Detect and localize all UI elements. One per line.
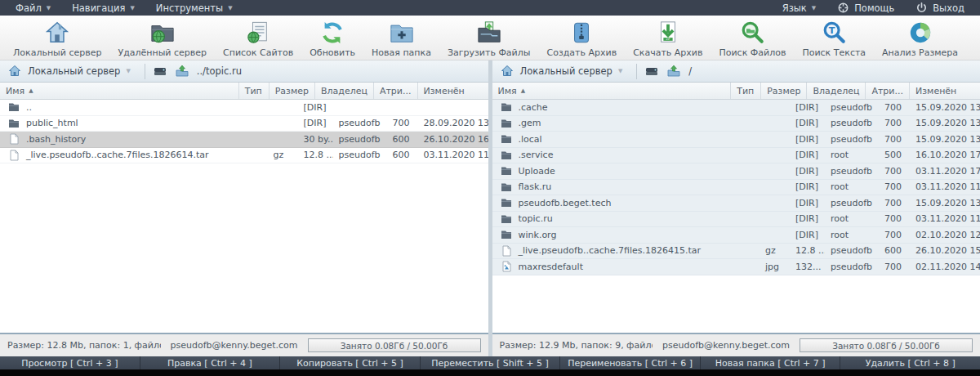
file-row[interactable]: .gem[DIR]pseudofb70015.09.2020 13:12... [492, 116, 980, 132]
column-header-size[interactable]: Размер [761, 83, 807, 99]
file-row[interactable]: maxresdefaultjpg132...pseudofb70002.11.2… [492, 259, 980, 275]
action-button-6[interactable]: Новая папка [ Ctrl + 7 ] [701, 356, 841, 369]
create-archive-icon [568, 20, 595, 46]
refresh-icon [319, 20, 345, 46]
root-folder-icon[interactable] [175, 64, 189, 78]
file-row[interactable]: .local[DIR]pseudofb70015.09.2020 13:12..… [492, 132, 980, 148]
cell-modified: 26.10.2020 16:54... [418, 134, 488, 145]
column-header-size[interactable]: Размер [270, 83, 315, 99]
cell-size: [DIR] [790, 166, 825, 177]
file-name: .local [519, 134, 542, 145]
left-file-list: ..[DIR]public_html[DIR]pseudofb70028.09.… [0, 100, 488, 333]
sort-ascending-icon: ▲ [29, 87, 33, 94]
cell-name: .gem [492, 117, 760, 130]
action-button-3[interactable]: Копировать [ Ctrl + 5 ] [280, 356, 421, 369]
toolbar-button-search-files[interactable]: Поиск Файлов [710, 18, 794, 60]
action-button-7[interactable]: Удалить [ Ctrl + 8 ] [840, 356, 980, 369]
search-files-icon [739, 20, 765, 46]
menu-item-файл[interactable]: Файл▼ [5, 0, 61, 16]
file-row[interactable]: ..[DIR] [0, 100, 488, 116]
menu-left-group: Файл▼Навигация▼Инструменты▼ [5, 0, 243, 16]
file-row[interactable]: wink.org[DIR]root70002.10.2020 12:25... [492, 227, 980, 244]
menu-item-помощь[interactable]: Помощь [826, 0, 905, 16]
file-row[interactable]: .bash_history30 by...pseudofb60026.10.20… [0, 132, 488, 148]
menu-item-label: Файл [16, 2, 42, 14]
column-header-attrs[interactable]: Атри... [866, 83, 910, 99]
column-header-modified[interactable]: Изменён [910, 83, 980, 99]
cell-owner: pseudofb [333, 150, 387, 160]
toolbar-button-site-list[interactable]: Список Сайтов [215, 18, 301, 60]
cell-owner: pseudofb [825, 262, 879, 272]
dual-pane-area: Локальный сервер ▼ ../topic.ru Имя▲ТипРа… [0, 60, 980, 356]
action-button-5[interactable]: Переименовать [ Ctrl + 6 ] [560, 356, 701, 369]
column-header-name[interactable]: Имя▲ [0, 83, 239, 99]
root-folder-icon[interactable] [666, 64, 681, 78]
column-header-attrs[interactable]: Атри... [374, 83, 418, 99]
drive-icon[interactable] [644, 64, 659, 78]
cell-modified: 26.10.2020 15:14... [910, 245, 980, 256]
menu-item-язык[interactable]: Язык▼ [772, 0, 827, 16]
file-row[interactable]: _live.pseudofb..cache.7files.1826614.tar… [0, 148, 488, 164]
action-bar: Просмотр [ Ctrl + 3 ]Правка [ Ctrl + 4 ]… [0, 356, 980, 369]
column-header-type[interactable]: Тип [239, 83, 270, 99]
cell-attrs: 700 [879, 198, 910, 208]
file-row[interactable]: .service[DIR]root50016.10.2020 17:04... [492, 148, 980, 164]
action-button-1[interactable]: Просмотр [ Ctrl + 3 ] [0, 356, 140, 369]
cell-owner: pseudofb [825, 166, 879, 177]
server-selector[interactable]: Локальный сервер ▼ [7, 64, 137, 78]
column-header-type[interactable]: Тип [731, 83, 761, 99]
cell-attrs: 600 [879, 245, 910, 256]
toolbar: Локальный серверУдалённый серверСписок С… [0, 16, 980, 60]
column-header-label: Атри... [871, 86, 903, 96]
file-row[interactable]: flask.ru[DIR]root70003.11.2020 11:21... [492, 180, 980, 196]
file-row[interactable]: _live.pseudofb..cache.7files.1826415.tar… [492, 244, 980, 260]
column-header-owner[interactable]: Владелец [807, 83, 866, 99]
toolbar-button-new-folder[interactable]: Новая папка [363, 18, 439, 60]
file-row[interactable]: pseudofb.beget.tech[DIR]pseudofb70015.09… [492, 195, 980, 212]
server-selector[interactable]: Локальный сервер ▼ [500, 64, 630, 78]
file-name: maxresdefault [519, 262, 583, 272]
cell-name: public_html [0, 117, 268, 130]
file-row[interactable]: .cache[DIR]pseudofb70015.09.2020 13:33..… [492, 100, 980, 116]
toolbar-button-refresh[interactable]: Обновить [301, 18, 363, 60]
action-button-4[interactable]: Переместить [ Shift + 5 ] [421, 356, 561, 369]
file-row[interactable]: public_html[DIR]pseudofb70028.09.2020 13… [0, 116, 488, 132]
quota-label: Занято 0.08Гб / 50.00Гб [341, 341, 448, 351]
column-header-label: Владелец [813, 86, 859, 96]
current-path: ../topic.ru [197, 65, 242, 77]
menu-item-навигация[interactable]: Навигация▼ [61, 0, 145, 16]
toolbar-button-upload-files[interactable]: Загрузить Файлы [439, 18, 539, 60]
image-file-icon [500, 260, 513, 273]
cell-modified: 03.11.2020 11:21... [910, 181, 980, 192]
drive-icon[interactable] [153, 64, 167, 78]
menu-item-label: Навигация [72, 2, 125, 14]
column-header-modified[interactable]: Изменён [418, 83, 488, 99]
search-text-icon: T [821, 20, 847, 46]
column-header-label: Изменён [424, 86, 465, 96]
sort-ascending-icon: ▲ [521, 87, 525, 94]
menu-right-group: Язык▼ПомощьВыход [772, 0, 975, 16]
column-header-name[interactable]: Имя▲ [492, 83, 732, 99]
action-button-2[interactable]: Правка [ Ctrl + 4 ] [140, 356, 281, 369]
folder-icon [7, 101, 20, 114]
cell-owner: pseudofb [825, 134, 879, 145]
toolbar-button-local-server[interactable]: Локальный сервер [5, 18, 109, 60]
toolbar-button-search-text[interactable]: TПоиск Текста [794, 18, 874, 60]
cell-owner: pseudofb [825, 245, 879, 256]
toolbar-button-remote-server[interactable]: Удалённый сервер [109, 18, 215, 60]
column-header-owner[interactable]: Владелец [315, 83, 374, 99]
menu-item-выход[interactable]: Выход [905, 0, 975, 16]
upload-files-icon [476, 20, 502, 46]
toolbar-button-size-analysis[interactable]: Анализ Размера [874, 18, 966, 60]
toolbar-button-create-archive[interactable]: Создать Архив [538, 18, 625, 60]
file-row[interactable]: Uploade[DIR]pseudofb70003.11.2020 17:04.… [492, 163, 980, 180]
server-selector-label: Локальный сервер [520, 65, 612, 77]
cell-owner: pseudofb [825, 102, 879, 113]
file-name: wink.org [519, 230, 557, 240]
menu-item-инструменты[interactable]: Инструменты▼ [145, 0, 243, 16]
toolbar-button-download-archive[interactable]: ZIPСкачать Архив [625, 18, 710, 60]
cell-size: [DIR] [790, 181, 825, 192]
account-label: pseudofb@kenny.beget.com [662, 340, 790, 351]
column-header-label: Размер [767, 86, 800, 96]
file-row[interactable]: topic.ru[DIR]root70003.11.2020 11:46... [492, 212, 980, 228]
